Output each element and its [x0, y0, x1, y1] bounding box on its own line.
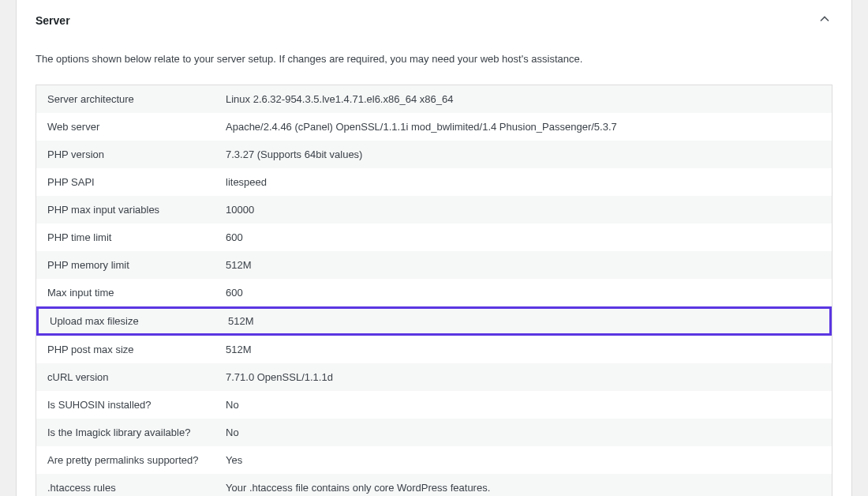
- table-row: Is SUHOSIN installed?No: [36, 391, 832, 419]
- row-label: PHP SAPI: [47, 176, 226, 188]
- row-value: Apache/2.4.46 (cPanel) OpenSSL/1.1.1i mo…: [226, 121, 821, 133]
- server-panel: Server The options shown below relate to…: [16, 0, 852, 496]
- table-row: Is the Imagick library available?No: [36, 419, 832, 446]
- row-value: No: [226, 399, 821, 411]
- row-label: .htaccess rules: [47, 482, 226, 494]
- row-value: 512M: [226, 344, 821, 355]
- row-value: 600: [226, 287, 821, 299]
- row-label: Upload max filesize: [50, 315, 228, 327]
- row-value: 7.3.27 (Supports 64bit values): [226, 148, 821, 160]
- section-header[interactable]: Server: [17, 0, 851, 45]
- row-value: Your .htaccess file contains only core W…: [226, 482, 821, 494]
- table-row: Web serverApache/2.4.46 (cPanel) OpenSSL…: [36, 113, 832, 141]
- row-label: PHP time limit: [47, 231, 226, 243]
- row-value: 512M: [228, 315, 818, 327]
- row-value: Linux 2.6.32-954.3.5.lve1.4.71.el6.x86_6…: [226, 93, 821, 105]
- table-row: PHP post max size512M: [36, 336, 832, 363]
- row-value: 600: [226, 231, 821, 243]
- row-value: Yes: [226, 454, 821, 466]
- chevron-up-icon: [817, 11, 832, 29]
- row-label: Web server: [47, 121, 226, 133]
- row-label: Is SUHOSIN installed?: [47, 399, 226, 411]
- section-description: The options shown below relate to your s…: [17, 45, 851, 85]
- row-value: No: [226, 426, 821, 438]
- table-row: Are pretty permalinks supported?Yes: [36, 446, 832, 474]
- table-row: Max input time600: [36, 279, 832, 306]
- row-label: PHP post max size: [47, 344, 226, 355]
- row-label: PHP memory limit: [47, 259, 226, 271]
- table-row: Server architectureLinux 2.6.32-954.3.5.…: [36, 85, 832, 113]
- table-row: PHP SAPIlitespeed: [36, 168, 832, 196]
- table-row: .htaccess rulesYour .htaccess file conta…: [36, 474, 832, 497]
- table-row: PHP version7.3.27 (Supports 64bit values…: [36, 141, 832, 168]
- row-value: litespeed: [226, 176, 821, 188]
- row-label: PHP version: [47, 148, 226, 160]
- row-label: cURL version: [47, 371, 226, 383]
- table-row: PHP time limit600: [36, 224, 832, 251]
- section-title: Server: [36, 14, 70, 27]
- table-row: PHP max input variables10000: [36, 196, 832, 224]
- row-value: 10000: [226, 204, 821, 216]
- row-value: 7.71.0 OpenSSL/1.1.1d: [226, 371, 821, 383]
- row-label: PHP max input variables: [47, 204, 226, 216]
- row-label: Is the Imagick library available?: [47, 426, 226, 438]
- row-label: Server architecture: [47, 93, 226, 105]
- table-row: cURL version7.71.0 OpenSSL/1.1.1d: [36, 363, 832, 391]
- table-row: PHP memory limit512M: [36, 251, 832, 279]
- row-value: 512M: [226, 259, 821, 271]
- row-label: Are pretty permalinks supported?: [47, 454, 226, 466]
- table-row: Upload max filesize512M: [36, 306, 832, 336]
- row-label: Max input time: [47, 287, 226, 299]
- server-table: Server architectureLinux 2.6.32-954.3.5.…: [36, 85, 832, 497]
